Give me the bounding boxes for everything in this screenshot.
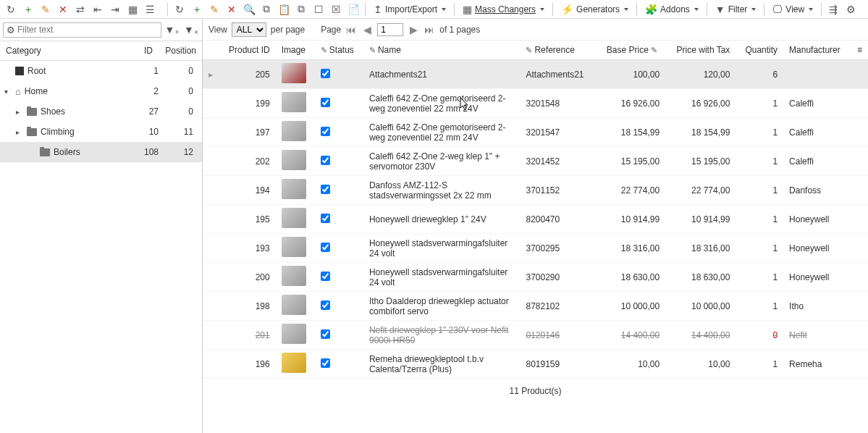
tree-row-shoes[interactable]: ▸Shoes270 bbox=[0, 101, 202, 122]
cell-name[interactable]: Danfoss AMZ-112-S stadsverwarmingsset 2x… bbox=[363, 176, 521, 205]
copy-button[interactable]: ⧉ bbox=[258, 1, 274, 17]
header-name[interactable]: ✎Name bbox=[363, 41, 521, 60]
cell-base-price[interactable]: 10,00 bbox=[595, 350, 665, 379]
paste-button[interactable]: 📋 bbox=[276, 1, 292, 17]
tree-row-climbing[interactable]: ▸Climbing1011 bbox=[0, 122, 202, 142]
expand-toggle[interactable] bbox=[203, 263, 219, 292]
edit-product-button[interactable]: ✎ bbox=[206, 1, 222, 17]
product-row[interactable]: 200Honeywell stadsverwarmingafsluiter 24… bbox=[203, 263, 868, 292]
product-row[interactable]: 199Caleffi 642 Z-One gemotoriseerd 2-weg… bbox=[203, 89, 868, 118]
cell-reference[interactable]: 0120146 bbox=[520, 321, 595, 350]
tree-toggle[interactable]: ▸ bbox=[16, 128, 23, 136]
cell-base-price[interactable]: 18 316,00 bbox=[595, 234, 665, 263]
header-base-price[interactable]: Base Price ✎ bbox=[595, 41, 665, 60]
filter-apply-button[interactable]: ▼₊ bbox=[164, 22, 180, 38]
next-page-button[interactable]: ▶ bbox=[408, 24, 419, 35]
product-row[interactable]: ▸205Attachments21Attachments21100,00120,… bbox=[203, 60, 868, 89]
swap-button[interactable]: ⇄ bbox=[72, 1, 88, 17]
product-row[interactable]: 202Caleffi 642 Z-One 2-weg klep 1" + ser… bbox=[203, 147, 868, 176]
tree-toggle[interactable]: ▾ bbox=[4, 88, 12, 96]
expand-toggle[interactable] bbox=[203, 292, 219, 321]
generators-dropdown[interactable]: ⚡ Generators bbox=[557, 1, 633, 17]
indent-right-button[interactable]: ⇥ bbox=[107, 1, 123, 17]
delete-category-button[interactable]: ✕ bbox=[55, 1, 71, 17]
refresh-tree-button[interactable]: ↻ bbox=[3, 1, 19, 17]
settings-button[interactable]: ⚙ bbox=[843, 1, 859, 17]
prev-page-button[interactable]: ◀ bbox=[361, 24, 373, 35]
cell-status[interactable] bbox=[315, 89, 363, 118]
cell-base-price[interactable]: 18 154,99 bbox=[595, 118, 665, 147]
cell-base-price[interactable]: 18 630,00 bbox=[595, 263, 665, 292]
cell-name[interactable]: Nefit driewegklep 1" 230V voor Nefit 900… bbox=[363, 321, 521, 350]
last-page-button[interactable]: ⏭ bbox=[424, 24, 435, 35]
cell-base-price[interactable]: 10 914,99 bbox=[595, 205, 665, 234]
status-checkbox[interactable] bbox=[321, 185, 330, 194]
status-checkbox[interactable] bbox=[321, 214, 330, 223]
edit-category-button[interactable]: ✎ bbox=[38, 1, 54, 17]
cell-status[interactable] bbox=[315, 118, 363, 147]
cell-status[interactable] bbox=[315, 292, 363, 321]
first-page-button[interactable]: ⏮ bbox=[345, 24, 357, 35]
search-button[interactable]: 🔍 bbox=[241, 1, 257, 17]
page-input[interactable] bbox=[377, 23, 403, 36]
view-dropdown[interactable]: 🖵 View bbox=[768, 1, 817, 17]
expand-toggle[interactable] bbox=[203, 118, 219, 147]
filter-input[interactable] bbox=[17, 25, 158, 35]
cell-name[interactable]: Itho Daalderop driewegklep actuator comb… bbox=[363, 292, 521, 321]
cell-name[interactable]: Honeywell stadsverwarmingafsluiter 24 vo… bbox=[363, 234, 521, 263]
mass-changers-dropdown[interactable]: ▦ Mass Changers bbox=[458, 1, 549, 17]
clear-select-button[interactable]: ☰ bbox=[142, 1, 158, 17]
tree-toggle[interactable]: ▸ bbox=[16, 108, 23, 116]
cell-status[interactable] bbox=[315, 234, 363, 263]
cell-base-price[interactable]: 100,00 bbox=[595, 60, 665, 89]
cell-reference[interactable]: 3201548 bbox=[520, 89, 595, 118]
add-product-button[interactable]: + bbox=[189, 1, 205, 17]
filter-input-wrap[interactable]: ⚙ bbox=[3, 22, 161, 38]
select-button[interactable]: ☐ bbox=[311, 1, 326, 17]
expand-toggle[interactable] bbox=[203, 350, 219, 379]
cell-status[interactable] bbox=[315, 60, 363, 89]
cell-reference[interactable]: 8019159 bbox=[520, 350, 595, 379]
cell-status[interactable] bbox=[315, 263, 363, 292]
cell-name[interactable]: Remeha driewegkleptool t.b.v Calenta/Tze… bbox=[363, 350, 521, 379]
refresh-grid-button[interactable]: ↻ bbox=[172, 1, 187, 17]
cell-name[interactable]: Caleffi 642 Z-One 2-weg klep 1" + servom… bbox=[363, 147, 521, 176]
cell-base-price[interactable]: 22 774,00 bbox=[595, 176, 665, 205]
cell-reference[interactable]: 3201547 bbox=[520, 118, 595, 147]
cell-name[interactable]: Attachments21 bbox=[363, 60, 521, 89]
cell-reference[interactable]: 3700290 bbox=[520, 263, 595, 292]
header-status[interactable]: ✎Status bbox=[315, 41, 363, 60]
status-checkbox[interactable] bbox=[321, 127, 330, 136]
delete-product-button[interactable]: ✕ bbox=[224, 1, 240, 17]
header-category[interactable]: Category bbox=[0, 41, 122, 60]
cell-base-price[interactable]: 16 926,00 bbox=[595, 89, 665, 118]
product-row[interactable]: 197Caleffi 642 Z-One gemotoriseerd 2-weg… bbox=[203, 118, 868, 147]
status-checkbox[interactable] bbox=[321, 358, 330, 368]
expand-toggle[interactable] bbox=[203, 321, 219, 350]
cell-status[interactable] bbox=[315, 321, 363, 350]
cell-status[interactable] bbox=[315, 147, 363, 176]
add-category-button[interactable]: + bbox=[20, 1, 36, 17]
tree-row-boilers[interactable]: Boilers10812 bbox=[0, 142, 202, 162]
status-checkbox[interactable] bbox=[321, 98, 330, 107]
cell-reference[interactable]: Attachments21 bbox=[520, 60, 595, 89]
header-menu[interactable]: ≡ bbox=[851, 41, 868, 60]
product-row[interactable]: 193Honeywell stadsverwarmingafsluiter 24… bbox=[203, 234, 868, 263]
cell-reference[interactable]: 3700295 bbox=[520, 234, 595, 263]
status-checkbox[interactable] bbox=[321, 272, 330, 281]
view-select[interactable]: ALL bbox=[232, 22, 266, 37]
filter-clear-button[interactable]: ▼ₓ bbox=[183, 22, 199, 38]
filter-dropdown[interactable]: ▼ Filter bbox=[711, 1, 761, 17]
deselect-button[interactable]: ☒ bbox=[328, 1, 344, 17]
expand-toggle[interactable] bbox=[203, 205, 219, 234]
header-image[interactable]: Image bbox=[276, 41, 315, 60]
status-checkbox[interactable] bbox=[321, 329, 330, 339]
header-price-tax[interactable]: Price with Tax bbox=[665, 41, 736, 60]
status-checkbox[interactable] bbox=[321, 243, 330, 252]
status-checkbox[interactable] bbox=[321, 300, 330, 310]
header-position[interactable]: Position bbox=[159, 41, 202, 60]
indent-left-button[interactable]: ⇤ bbox=[90, 1, 106, 17]
cell-reference[interactable]: 3201452 bbox=[520, 147, 595, 176]
cell-name[interactable]: Honeywell driewegklep 1" 24V bbox=[363, 205, 521, 234]
cell-name[interactable]: Caleffi 642 Z-One gemotoriseerd 2-weg zo… bbox=[363, 89, 521, 118]
